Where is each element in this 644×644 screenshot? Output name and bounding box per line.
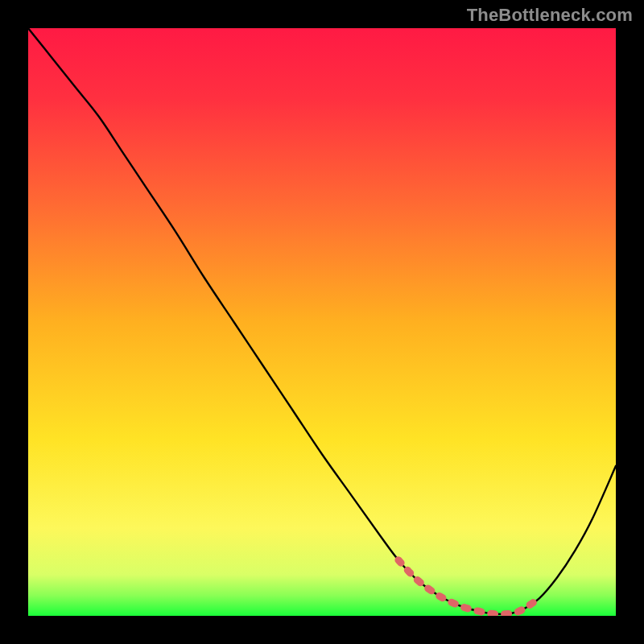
plot-area [28,28,616,616]
chart-background [28,28,616,616]
watermark-text: TheBottleneck.com [467,5,633,26]
chart-frame: TheBottleneck.com [0,0,644,644]
bottleneck-chart [28,28,616,616]
